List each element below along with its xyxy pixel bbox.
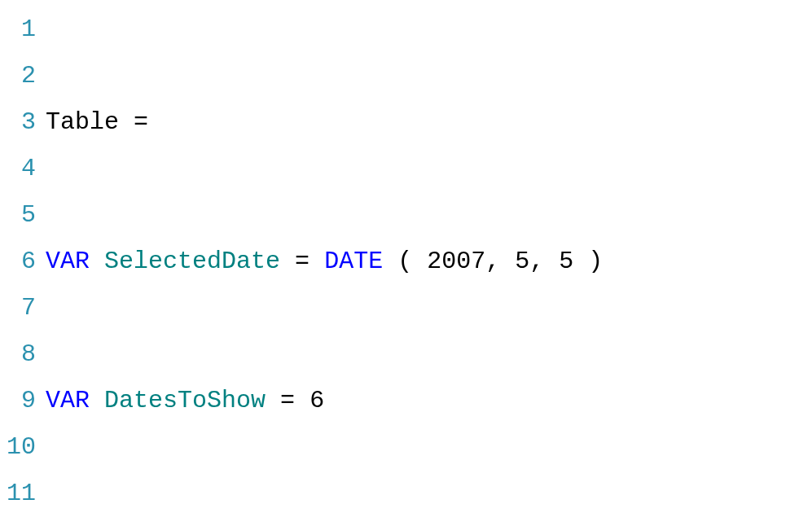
keyword-var: VAR bbox=[46, 387, 90, 414]
space bbox=[309, 248, 324, 275]
line-number: 10 bbox=[7, 424, 36, 471]
space bbox=[295, 387, 309, 414]
identifier: DatesToShow bbox=[104, 387, 266, 414]
space bbox=[90, 387, 104, 414]
code-line: Table = bbox=[46, 99, 676, 146]
space bbox=[90, 248, 104, 275]
space bbox=[266, 387, 280, 414]
line-number: 3 bbox=[7, 99, 36, 146]
line-number: 4 bbox=[7, 146, 36, 192]
line-number: 8 bbox=[7, 331, 36, 378]
line-number: 11 bbox=[7, 471, 36, 517]
paren-close: ) bbox=[588, 248, 603, 275]
code-line: VAR DateList = bbox=[46, 517, 676, 526]
space bbox=[280, 248, 295, 275]
line-number: 1 bbox=[7, 7, 36, 53]
line-number: 6 bbox=[7, 239, 36, 285]
arguments: 2007, 5, 5 bbox=[412, 248, 588, 275]
line-number: 7 bbox=[7, 285, 36, 331]
code-area[interactable]: Table = VAR SelectedDate = DATE ( 2007, … bbox=[46, 7, 676, 526]
number-literal: 6 bbox=[309, 387, 324, 414]
identifier: Table bbox=[46, 108, 134, 136]
code-line: VAR SelectedDate = DATE ( 2007, 5, 5 ) bbox=[46, 239, 676, 285]
line-number-gutter: 1 2 3 4 5 6 7 8 9 10 11 bbox=[7, 7, 46, 526]
operator-eq: = bbox=[280, 387, 295, 414]
operator-eq: = bbox=[134, 108, 148, 136]
identifier: SelectedDate bbox=[104, 248, 280, 275]
space bbox=[383, 248, 397, 275]
line-number: 5 bbox=[7, 192, 36, 239]
operator-eq: = bbox=[295, 248, 309, 275]
function-name: DATE bbox=[324, 248, 383, 275]
paren-open: ( bbox=[397, 248, 412, 275]
code-editor: 1 2 3 4 5 6 7 8 9 10 11 Table = VAR Sele… bbox=[7, 7, 805, 526]
code-line: VAR DatesToShow = 6 bbox=[46, 378, 676, 424]
line-number: 2 bbox=[7, 53, 36, 99]
line-number: 9 bbox=[7, 378, 36, 424]
keyword-var: VAR bbox=[46, 248, 90, 275]
